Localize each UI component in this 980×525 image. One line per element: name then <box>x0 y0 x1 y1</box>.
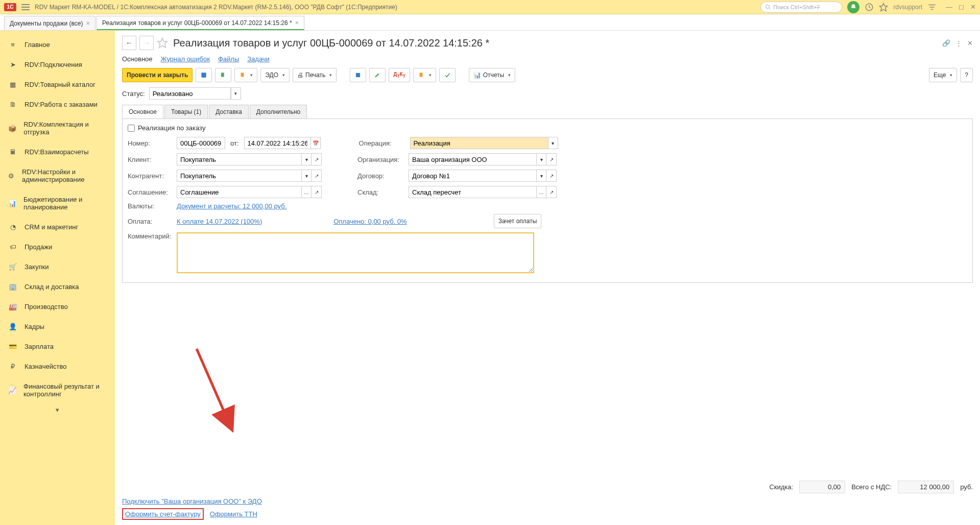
status-dropdown-icon[interactable]: ▾ <box>231 87 241 100</box>
operation-select[interactable] <box>410 137 548 149</box>
agreement-field[interactable] <box>177 186 301 198</box>
check-button[interactable] <box>439 68 456 82</box>
print-button[interactable]: 🖨 Печать <box>293 68 337 82</box>
payment-link[interactable]: К оплате 14.07.2022 (100%) <box>177 218 262 225</box>
back-button[interactable]: ← <box>122 36 136 50</box>
bars-icon: 📈 <box>8 387 16 394</box>
more-menu-icon[interactable]: ⋮ <box>955 39 962 47</box>
sidebar-item-hr[interactable]: 👤Кадры <box>0 317 115 337</box>
inner-tab-additional[interactable]: Дополнительно <box>250 105 307 118</box>
contract-open-icon[interactable]: ↗ <box>546 170 557 182</box>
create-ttn-link[interactable]: Оформить ТТН <box>210 510 257 518</box>
link-icon[interactable]: 🔗 <box>942 39 950 47</box>
forward-button[interactable]: → <box>139 36 154 50</box>
client-field[interactable] <box>177 153 301 165</box>
sidebar-item-warehouse[interactable]: 🏢Склад и доставка <box>0 277 115 297</box>
agreement-select-icon[interactable]: … <box>301 186 312 198</box>
sidebar-item-sales[interactable]: 🏷Продажи <box>0 237 115 257</box>
navlink-files[interactable]: Файлы <box>218 55 239 63</box>
close-button[interactable]: ✕ <box>970 3 976 11</box>
close-page-icon[interactable]: ✕ <box>967 39 973 47</box>
client-open-icon[interactable]: ↗ <box>312 153 322 165</box>
reports-button[interactable]: 📊 Отчеты <box>469 68 515 82</box>
svg-rect-9 <box>221 73 224 77</box>
tab-documents[interactable]: Документы продажи (все) × <box>4 16 95 30</box>
post-and-close-button[interactable]: Провести и закрыть <box>122 68 193 82</box>
sidebar-item-catalog[interactable]: ▦RDV:Товарный каталог <box>0 75 115 94</box>
favorite-star-icon[interactable] <box>157 37 168 49</box>
warehouse-field[interactable] <box>409 186 536 198</box>
inner-tab-main[interactable]: Основное <box>122 105 163 118</box>
date-field[interactable] <box>244 137 310 149</box>
connect-edo-link[interactable]: Подключить "Ваша организация ООО" к ЭДО <box>122 497 262 505</box>
titlebar: 1C RDV Маркет RM-KA-MODEL / 1С:Комплексн… <box>0 0 980 14</box>
more-button[interactable]: Еще <box>929 68 957 82</box>
minimize-button[interactable]: — <box>946 3 952 11</box>
agreement-open-icon[interactable]: ↗ <box>312 186 322 198</box>
client-dropdown-icon[interactable]: ▾ <box>301 153 312 165</box>
inner-tab-delivery[interactable]: Доставка <box>209 105 249 118</box>
status-select[interactable] <box>149 87 231 100</box>
warehouse-open-icon[interactable]: ↗ <box>546 186 557 198</box>
sidebar-item-admin[interactable]: ⚙RDV:Настройки и администрирование <box>0 162 115 189</box>
create-invoice-link[interactable]: Оформить счет-фактуру <box>122 508 204 520</box>
edit-button[interactable] <box>369 68 386 82</box>
sidebar-item-crm[interactable]: ◔CRM и маркетинг <box>0 217 115 237</box>
edo-button[interactable]: ЭДО <box>260 68 290 82</box>
list-button[interactable] <box>350 68 366 82</box>
sidebar-item-purchases[interactable]: 🛒Закупки <box>0 257 115 277</box>
sidebar: ≡Главное ➤RDV:Подключения ▦RDV:Товарный … <box>0 31 115 525</box>
by-order-checkbox[interactable] <box>128 125 135 132</box>
org-open-icon[interactable]: ↗ <box>546 153 557 165</box>
operation-dropdown-icon[interactable]: ▾ <box>548 137 558 149</box>
tab-close-icon[interactable]: × <box>86 19 90 27</box>
post-button[interactable] <box>215 68 231 82</box>
offset-payment-button[interactable]: Зачет оплаты <box>494 214 542 228</box>
sidebar-item-treasury[interactable]: ₽Казначейство <box>0 356 115 376</box>
contract-dropdown-icon[interactable]: ▾ <box>536 170 546 182</box>
dkt-button[interactable]: ДТКТ <box>389 68 410 82</box>
svg-line-1 <box>769 8 771 9</box>
inner-tab-goods[interactable]: Товары (1) <box>164 105 208 118</box>
attach-button[interactable] <box>413 68 436 82</box>
sidebar-item-payroll[interactable]: 💳Зарплата <box>0 337 115 356</box>
sidebar-item-connections[interactable]: ➤RDV:Подключения <box>0 55 115 75</box>
sidebar-item-finresult[interactable]: 📈Финансовый результат и контроллинг <box>0 376 115 404</box>
user-label[interactable]: rdvsupport <box>893 4 922 11</box>
sidebar-item-shipping[interactable]: 📦RDV:Комплектация и отгрузка <box>0 114 115 142</box>
sidebar-item-main[interactable]: ≡Главное <box>0 35 115 55</box>
contract-field[interactable] <box>409 170 536 182</box>
counterparty-dropdown-icon[interactable]: ▾ <box>301 170 312 182</box>
counterparty-open-icon[interactable]: ↗ <box>312 170 322 182</box>
tab-realization[interactable]: Реализация товаров и услуг 00ЦБ-000069 о… <box>97 16 304 30</box>
tab-close-icon[interactable]: × <box>295 19 299 27</box>
comment-field[interactable] <box>177 232 534 273</box>
org-dropdown-icon[interactable]: ▾ <box>536 153 546 165</box>
copy-button[interactable] <box>234 68 257 82</box>
maximize-button[interactable]: ◻ <box>959 3 964 11</box>
navlink-main[interactable]: Основное <box>122 55 153 63</box>
currency-link[interactable]: Документ и расчеты: 12 000,00 руб. <box>177 202 286 210</box>
notification-bell-icon[interactable] <box>847 1 859 13</box>
save-button[interactable] <box>196 68 212 82</box>
sidebar-item-settlements[interactable]: 🖩RDV:Взаиморасчеты <box>0 142 115 162</box>
global-search[interactable]: Поиск Ctrl+Shift+F <box>760 2 842 13</box>
help-button[interactable]: ? <box>960 68 973 82</box>
menu-burger-icon[interactable] <box>19 1 32 13</box>
navlink-tasks[interactable]: Задачи <box>247 55 270 63</box>
history-icon[interactable] <box>865 3 874 12</box>
svg-marker-3 <box>880 3 888 11</box>
sidebar-item-production[interactable]: 🏭Производство <box>0 297 115 317</box>
warehouse-select-icon[interactable]: … <box>536 186 546 198</box>
star-icon[interactable] <box>879 3 888 12</box>
sidebar-item-orders[interactable]: 🗎RDV:Работа с заказами <box>0 94 115 114</box>
settings-lines-icon[interactable] <box>927 3 937 12</box>
org-field[interactable] <box>409 153 536 165</box>
sidebar-item-budget[interactable]: 📊Бюджетирование и планирование <box>0 189 115 217</box>
navlink-errors[interactable]: Журнал ошибок <box>161 55 210 63</box>
counterparty-field[interactable] <box>177 170 301 182</box>
paid-link[interactable]: Оплачено: 0,00 руб. 0% <box>333 218 407 225</box>
calendar-icon[interactable]: 📅 <box>310 137 321 149</box>
sidebar-expand-icon[interactable]: ▾ <box>0 404 115 416</box>
number-field[interactable] <box>177 137 225 149</box>
